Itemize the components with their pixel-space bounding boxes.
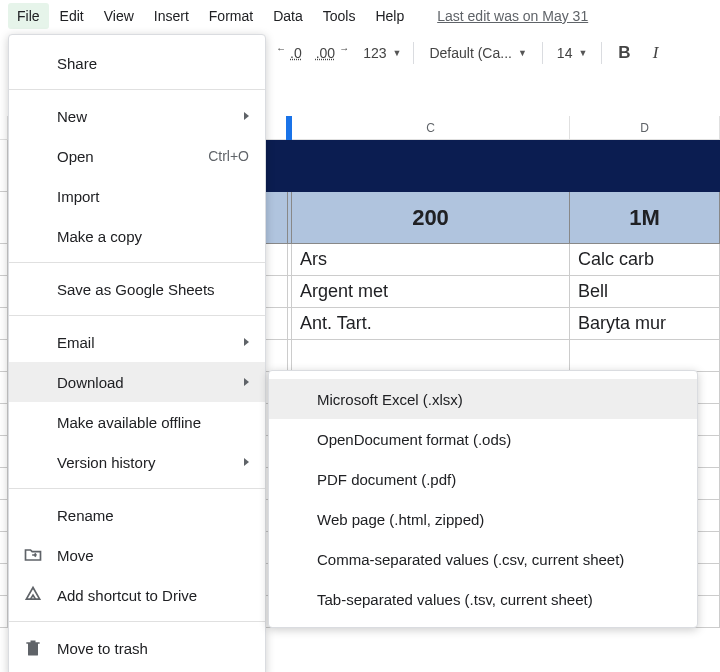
menu-separator bbox=[9, 315, 265, 316]
italic-button[interactable]: I bbox=[643, 39, 669, 67]
menu-available-offline[interactable]: Make available offline bbox=[9, 402, 265, 442]
last-edit-link[interactable]: Last edit was on May 31 bbox=[437, 8, 588, 24]
menu-import[interactable]: Import bbox=[9, 176, 265, 216]
download-html[interactable]: Web page (.html, zipped) bbox=[269, 499, 697, 539]
header-cell-200[interactable]: 200 bbox=[292, 192, 570, 244]
font-size-dropdown[interactable]: 14▼ bbox=[549, 41, 596, 65]
download-tsv[interactable]: Tab-separated values (.tsv, current shee… bbox=[269, 579, 697, 619]
toolbar-separator bbox=[601, 42, 602, 64]
menubar: File Edit View Insert Format Data Tools … bbox=[0, 0, 720, 32]
number-format-dropdown[interactable]: 123▼ bbox=[357, 41, 407, 65]
toolbar-separator bbox=[413, 42, 414, 64]
font-family-dropdown[interactable]: Default (Ca...▼ bbox=[420, 40, 535, 66]
download-submenu: Microsoft Excel (.xlsx) OpenDocument for… bbox=[268, 370, 698, 628]
menu-download[interactable]: Download bbox=[9, 362, 265, 402]
menu-email[interactable]: Email bbox=[9, 322, 265, 362]
chevron-right-icon bbox=[244, 338, 249, 346]
decrease-decimal-button[interactable]: ←.0 bbox=[270, 41, 308, 65]
toolbar-separator bbox=[542, 42, 543, 64]
column-header-c[interactable]: C bbox=[292, 116, 570, 139]
chevron-right-icon bbox=[244, 458, 249, 466]
menu-open[interactable]: OpenCtrl+O bbox=[9, 136, 265, 176]
bold-button[interactable]: B bbox=[608, 39, 640, 67]
file-menu-dropdown: Share New OpenCtrl+O Import Make a copy … bbox=[8, 34, 266, 672]
menu-rename[interactable]: Rename bbox=[9, 495, 265, 535]
download-pdf[interactable]: PDF document (.pdf) bbox=[269, 459, 697, 499]
menu-data[interactable]: Data bbox=[264, 3, 312, 29]
menu-share[interactable]: Share bbox=[9, 43, 265, 83]
trash-icon bbox=[23, 638, 43, 658]
menu-separator bbox=[9, 89, 265, 90]
menu-move-to-trash[interactable]: Move to trash bbox=[9, 628, 265, 668]
menu-make-copy[interactable]: Make a copy bbox=[9, 216, 265, 256]
download-csv[interactable]: Comma-separated values (.csv, current sh… bbox=[269, 539, 697, 579]
increase-decimal-button[interactable]: .00→ bbox=[310, 41, 355, 65]
drive-shortcut-icon bbox=[23, 585, 43, 605]
menu-move[interactable]: Move bbox=[9, 535, 265, 575]
menu-version-history[interactable]: Version history bbox=[9, 442, 265, 482]
folder-move-icon bbox=[23, 545, 43, 565]
menu-tools[interactable]: Tools bbox=[314, 3, 365, 29]
menu-view[interactable]: View bbox=[95, 3, 143, 29]
menu-insert[interactable]: Insert bbox=[145, 3, 198, 29]
chevron-right-icon bbox=[244, 112, 249, 120]
download-xlsx[interactable]: Microsoft Excel (.xlsx) bbox=[269, 379, 697, 419]
menu-add-shortcut[interactable]: Add shortcut to Drive bbox=[9, 575, 265, 615]
column-header-d[interactable]: D bbox=[570, 116, 720, 139]
menu-edit[interactable]: Edit bbox=[51, 3, 93, 29]
select-all-corner[interactable] bbox=[0, 116, 8, 139]
menu-help[interactable]: Help bbox=[366, 3, 413, 29]
menu-separator bbox=[9, 262, 265, 263]
menu-save-as-google-sheets[interactable]: Save as Google Sheets bbox=[9, 269, 265, 309]
chevron-right-icon bbox=[244, 378, 249, 386]
download-ods[interactable]: OpenDocument format (.ods) bbox=[269, 419, 697, 459]
menu-separator bbox=[9, 621, 265, 622]
menu-format[interactable]: Format bbox=[200, 3, 262, 29]
menu-separator bbox=[9, 488, 265, 489]
menu-file[interactable]: File bbox=[8, 3, 49, 29]
header-cell-1m[interactable]: 1M bbox=[570, 192, 720, 244]
menu-new[interactable]: New bbox=[9, 96, 265, 136]
